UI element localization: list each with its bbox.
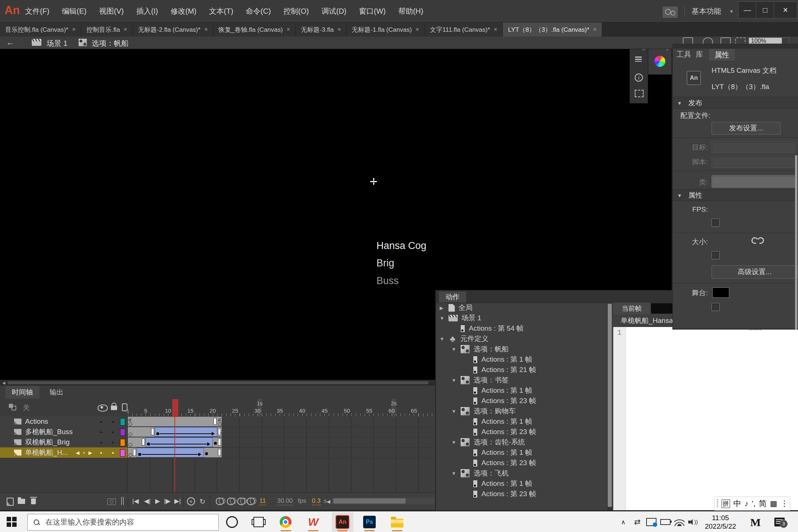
maximize-button[interactable]: □ [756,1,774,18]
layer-row[interactable]: 单桅帆船_H...◀▪▶•• [0,447,127,458]
ime-item[interactable]: 中 [733,498,741,509]
chevron-down-icon[interactable]: ▼ [451,440,460,445]
link-size-icon[interactable] [751,236,764,245]
layer-visibility-dot[interactable]: • [100,419,102,425]
edit-multiple-frames-icon[interactable] [237,498,245,505]
grid-icon[interactable] [735,37,746,44]
cortana-button[interactable] [222,514,242,530]
stage-text-brig[interactable]: Brig [376,258,394,269]
task-view-button[interactable] [248,514,269,530]
transform-panel-icon[interactable] [635,90,644,97]
show-hidden-icons-button[interactable]: ∧ [618,512,629,532]
close-button[interactable]: × [774,1,797,18]
menu-item[interactable]: 帮助(H) [398,6,423,16]
current-frame-field[interactable]: 11 [259,497,266,505]
tree-item[interactable]: ▼选项：购物车 [436,406,607,416]
panel-scrollbar-thumb[interactable] [795,155,797,330]
menu-item[interactable]: 编辑(E) [62,6,87,16]
file-explorer-icon[interactable] [387,514,407,530]
wps-icon[interactable]: W [303,514,324,530]
document-tab[interactable]: 无标题-3.fla× [296,23,347,37]
chevron-down-icon[interactable]: ▼ [440,336,449,342]
taskbar-search[interactable] [27,514,219,531]
tree-item[interactable]: ▶全局 [436,303,607,313]
document-tab[interactable]: 音乐控制.fla (Canvas)*× [0,23,81,37]
align-panel-icon[interactable] [635,57,642,62]
scale-content-checkbox[interactable] [712,251,720,259]
color-wheel-icon[interactable] [654,56,665,67]
battery-icon[interactable] [659,512,672,532]
document-tab[interactable]: LYT（8）（3）.fla (Canvas)*× [503,23,602,37]
tree-item[interactable]: ▼选项：帆船 [436,344,607,354]
ime-item[interactable]: 拼 [722,499,730,508]
ime-item[interactable]: ▦ [770,499,777,508]
layer-color-swatch[interactable] [120,418,125,426]
ime-item[interactable]: ⋮ [781,499,788,508]
tree-item[interactable]: Actions : 第 1 帧 [436,478,607,489]
clock[interactable]: 11:05 2022/5/22 [702,514,739,531]
tree-item[interactable]: Actions : 第 1 帧 [436,354,607,365]
menu-item[interactable]: 命令(C) [246,6,271,16]
parent-view-toggle[interactable]: 关 [23,403,30,413]
chevron-down-icon[interactable]: ▼ [451,471,460,476]
layer-row[interactable]: 多桅帆船_Buss•• [0,427,127,437]
layer-lock-dot[interactable]: • [112,419,114,425]
tree-item[interactable]: Actions : 第 23 帧 [436,427,607,437]
layer-visibility-dot[interactable]: • [100,439,102,446]
tree-item[interactable]: Actions : 第 23 帧 [436,396,607,406]
layer-name[interactable]: 多桅帆船_Buss [25,427,73,437]
zoom-level-input[interactable]: 100% [749,38,783,44]
layer-frames-row[interactable] [128,447,435,458]
step-forward-button[interactable]: |▶ [164,497,171,505]
tree-item[interactable]: ▼场景 1 [436,313,607,323]
onion-skin-range-icon[interactable] [247,498,255,505]
layer-frames-row[interactable] [128,437,435,448]
info-panel-icon[interactable]: i [635,74,643,82]
timeline-horizontal-scrollbar[interactable] [332,498,434,504]
tab-library[interactable]: 库 [696,50,703,59]
tree-item[interactable]: Actions : 第 1 帧 [436,447,607,458]
camera-icon[interactable] [107,498,116,505]
rotate-view-icon[interactable] [703,37,713,44]
tab-close-icon[interactable]: × [494,26,497,33]
advanced-settings-button[interactable]: 高级设置... [712,265,798,279]
back-button[interactable]: ← [6,37,14,47]
tree-scrollbar[interactable] [607,303,612,510]
tree-item[interactable]: ▼♣元件定义 [436,334,607,344]
scrollbar-thumb[interactable] [333,498,406,504]
wifi-icon[interactable] [673,512,686,532]
animate-taskbar-icon[interactable]: An [332,514,353,530]
menu-item[interactable]: 插入(I) [136,6,158,16]
playhead[interactable] [173,399,178,417]
document-tab[interactable]: 无标题-1.fla (Canvas)× [347,23,424,37]
tab-close-icon[interactable]: × [593,26,597,33]
menu-item[interactable]: 调试(D) [321,6,347,16]
tree-item[interactable]: Actions : 第 1 帧 [436,416,607,427]
document-tab[interactable]: 控制音乐.fla× [81,23,133,37]
chevron-down-icon[interactable]: ▼ [451,409,460,414]
tree-item[interactable]: Actions : 第 1 帧 [436,385,607,396]
tree-item[interactable]: ▼选项：飞机 [436,468,607,478]
stage-color-swatch[interactable] [712,287,729,298]
scene-breadcrumb[interactable]: 场景 1 [47,38,68,48]
menu-item[interactable]: 视图(V) [99,6,124,16]
tree-item[interactable]: ▼选项：齿轮-系统 [436,437,607,447]
frames-grid[interactable]: aa [128,416,435,492]
menu-item[interactable]: 文件(F) [25,6,50,16]
center-frame-icon[interactable]: + [187,497,195,505]
drag-handle-icon[interactable] [717,499,718,508]
layer-visibility-dot[interactable]: • [100,429,102,435]
workspace-switcher[interactable]: 基本功能 [692,6,721,16]
ime-language-indicator[interactable]: M [749,516,762,529]
ime-item[interactable]: ♪ [744,499,748,508]
step-back-button[interactable]: ◀| [144,497,151,505]
chrome-icon[interactable] [275,514,296,530]
layer-lock-dot[interactable]: • [112,429,114,435]
show-hide-all-layers-icon[interactable] [98,405,108,412]
photoshop-icon[interactable]: Ps [359,514,380,530]
tree-item[interactable]: Actions : 第 23 帧 [436,489,607,499]
layer-frames-row[interactable]: aa [128,416,435,427]
tab-close-icon[interactable]: × [337,26,341,33]
layer-lock-dot[interactable]: • [112,439,114,446]
onion-skin-outline-icon[interactable] [227,498,235,505]
